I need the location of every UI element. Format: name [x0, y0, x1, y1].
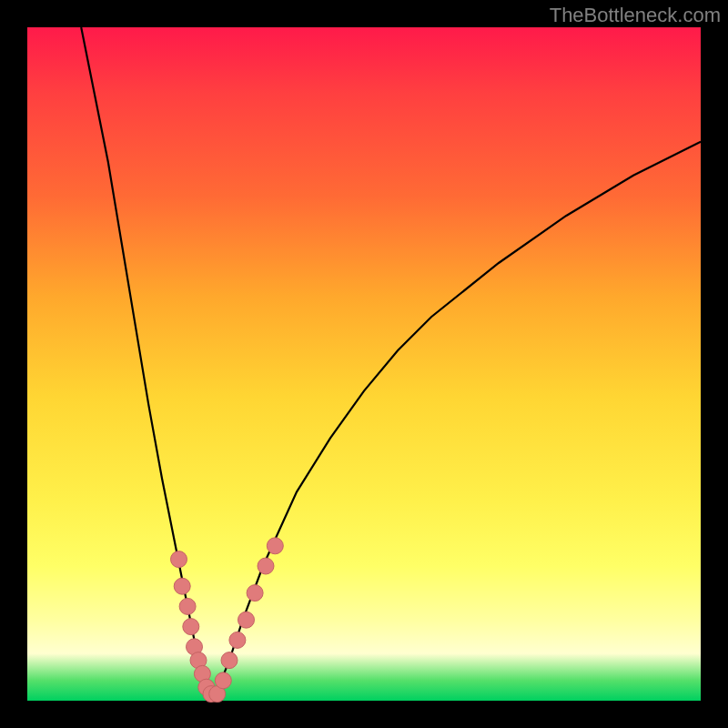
data-marker — [258, 558, 274, 574]
data-marker — [215, 672, 231, 689]
bottleneck-curve — [81, 27, 701, 701]
data-marker — [238, 612, 255, 628]
data-marker — [174, 578, 190, 594]
data-marker — [267, 538, 283, 554]
chart-svg — [27, 27, 701, 701]
chart-frame: TheBottleneck.com — [0, 0, 728, 728]
data-marker — [179, 598, 196, 614]
watermark-text: TheBottleneck.com — [550, 4, 721, 27]
data-marker — [247, 585, 263, 602]
data-markers — [171, 538, 284, 703]
data-marker — [221, 652, 238, 669]
data-marker — [183, 619, 199, 635]
data-marker — [229, 632, 246, 648]
data-marker — [171, 551, 187, 568]
